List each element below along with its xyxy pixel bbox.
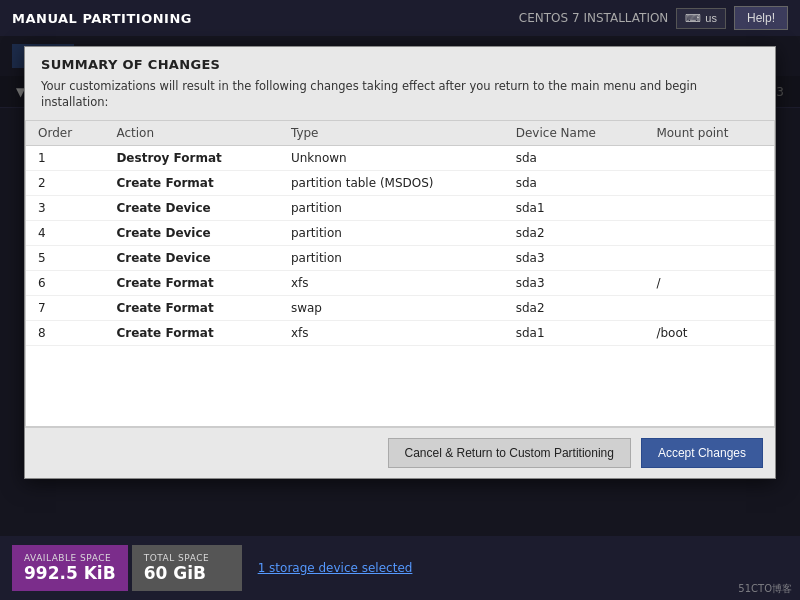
accept-button[interactable]: Accept Changes <box>641 438 763 468</box>
cell-action: Create Device <box>104 221 279 246</box>
table-row: 3 Create Device partition sda1 <box>26 196 774 221</box>
table-row: 1 Destroy Format Unknown sda <box>26 146 774 171</box>
available-space-value: 992.5 KiB <box>24 563 116 583</box>
cell-action: Create Device <box>104 246 279 271</box>
cell-mount <box>644 146 774 171</box>
total-space-box: TOTAL SPACE 60 GiB <box>132 545 242 591</box>
top-header: MANUAL PARTITIONING CENTOS 7 INSTALLATIO… <box>0 0 800 36</box>
modal-footer: Cancel & Return to Custom Partitioning A… <box>25 427 775 478</box>
modal-overlay: SUMMARY OF CHANGES Your customizations w… <box>0 36 800 600</box>
watermark: 51CTO博客 <box>738 582 792 596</box>
cell-type: partition <box>279 246 504 271</box>
summary-modal: SUMMARY OF CHANGES Your customizations w… <box>24 46 776 479</box>
total-space-value: 60 GiB <box>144 563 206 583</box>
cell-type: partition table (MSDOS) <box>279 171 504 196</box>
cell-action: Create Format <box>104 296 279 321</box>
cell-mount <box>644 296 774 321</box>
cell-type: xfs <box>279 271 504 296</box>
cell-device: sda2 <box>504 296 645 321</box>
cell-type: Unknown <box>279 146 504 171</box>
table-row: 2 Create Format partition table (MSDOS) … <box>26 171 774 196</box>
table-row: 5 Create Device partition sda3 <box>26 246 774 271</box>
cell-device: sda1 <box>504 321 645 346</box>
changes-table-container: Order Action Type Device Name Mount poin… <box>25 121 775 427</box>
cell-device: sda2 <box>504 221 645 246</box>
bottom-bar: AVAILABLE SPACE 992.5 KiB TOTAL SPACE 60… <box>0 536 800 600</box>
cell-order: 1 <box>26 146 104 171</box>
storage-device-link[interactable]: 1 storage device selected <box>258 561 413 575</box>
partitioning-area: Done ▼ New CentOS 7 Installation sda3 SU… <box>0 36 800 600</box>
cell-mount: / <box>644 271 774 296</box>
table-row: 8 Create Format xfs sda1 /boot <box>26 321 774 346</box>
cell-action: Create Format <box>104 321 279 346</box>
modal-subtitle: Your customizations will result in the f… <box>41 78 759 110</box>
keyboard-lang: us <box>705 12 717 24</box>
keyboard-icon: ⌨ <box>685 12 701 25</box>
cell-type: partition <box>279 221 504 246</box>
cell-type: swap <box>279 296 504 321</box>
table-row: 7 Create Format swap sda2 <box>26 296 774 321</box>
app-title: MANUAL PARTITIONING <box>12 11 192 26</box>
cell-action: Create Format <box>104 271 279 296</box>
cell-device: sda <box>504 146 645 171</box>
col-order: Order <box>26 121 104 146</box>
cell-order: 3 <box>26 196 104 221</box>
cell-device: sda1 <box>504 196 645 221</box>
changes-table: Order Action Type Device Name Mount poin… <box>26 121 774 346</box>
modal-title: SUMMARY OF CHANGES <box>41 57 759 72</box>
cell-mount <box>644 221 774 246</box>
cell-action: Create Device <box>104 196 279 221</box>
cell-order: 4 <box>26 221 104 246</box>
cell-action: Destroy Format <box>104 146 279 171</box>
total-space-label: TOTAL SPACE <box>144 553 209 563</box>
col-type: Type <box>279 121 504 146</box>
cell-type: xfs <box>279 321 504 346</box>
cell-mount <box>644 246 774 271</box>
cell-mount: /boot <box>644 321 774 346</box>
help-button[interactable]: Help! <box>734 6 788 30</box>
cell-order: 8 <box>26 321 104 346</box>
cell-order: 6 <box>26 271 104 296</box>
table-header-row: Order Action Type Device Name Mount poin… <box>26 121 774 146</box>
col-mount: Mount point <box>644 121 774 146</box>
cell-mount <box>644 196 774 221</box>
cell-order: 5 <box>26 246 104 271</box>
cell-device: sda3 <box>504 271 645 296</box>
cell-mount <box>644 171 774 196</box>
table-empty-space <box>26 346 774 426</box>
modal-header: SUMMARY OF CHANGES Your customizations w… <box>25 47 775 121</box>
table-row: 6 Create Format xfs sda3 / <box>26 271 774 296</box>
cell-device: sda <box>504 171 645 196</box>
available-space-box: AVAILABLE SPACE 992.5 KiB <box>12 545 128 591</box>
table-row: 4 Create Device partition sda2 <box>26 221 774 246</box>
cell-type: partition <box>279 196 504 221</box>
header-right: CENTOS 7 INSTALLATION ⌨ us Help! <box>519 6 788 30</box>
cell-order: 7 <box>26 296 104 321</box>
cell-device: sda3 <box>504 246 645 271</box>
col-action: Action <box>104 121 279 146</box>
cell-order: 2 <box>26 171 104 196</box>
cancel-button[interactable]: Cancel & Return to Custom Partitioning <box>388 438 631 468</box>
keyboard-button[interactable]: ⌨ us <box>676 8 726 29</box>
cell-action: Create Format <box>104 171 279 196</box>
centos-title: CENTOS 7 INSTALLATION <box>519 11 669 25</box>
available-space-label: AVAILABLE SPACE <box>24 553 111 563</box>
col-device: Device Name <box>504 121 645 146</box>
